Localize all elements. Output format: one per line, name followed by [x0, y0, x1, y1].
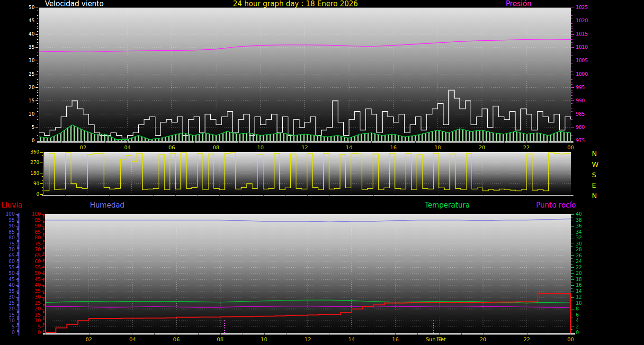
axis-tick — [43, 254, 45, 255]
hour-tick — [285, 195, 286, 196]
axis-tick — [571, 130, 572, 130]
axis-tick — [42, 232, 45, 232]
pressure-title: Presión — [506, 0, 532, 8]
axis-tick-label: 25 — [22, 301, 41, 306]
temperature-label: Temperatura — [425, 201, 470, 209]
axis-tick — [37, 31, 38, 32]
outer-axis-line — [18, 213, 19, 336]
axis-tick — [571, 270, 572, 271]
axis-tick-label: 1000 — [576, 72, 592, 77]
axis-tick-label: 10 — [22, 318, 41, 323]
axis-tick — [571, 306, 572, 306]
outer-axis-tick-label: 20 — [1, 307, 15, 311]
axis-tick — [571, 45, 572, 45]
x-axis-hour-label: 14 — [343, 145, 355, 151]
axis-tick — [37, 84, 38, 85]
axis-tick — [43, 231, 45, 231]
axis-tick-label: 20 — [576, 271, 592, 276]
x-axis-hour-label: 18 — [433, 337, 446, 343]
axis-tick-label: 4 — [576, 318, 592, 323]
axis-tick — [37, 90, 38, 91]
axis-tick — [571, 98, 572, 99]
axis-tick-label: 985 — [576, 112, 592, 117]
axis-tick — [571, 329, 572, 330]
axis-tick — [43, 247, 45, 248]
hour-tick — [61, 141, 62, 143]
axis-tick-label: 95 — [22, 218, 41, 223]
axis-tick — [43, 290, 45, 291]
hour-tick — [264, 333, 265, 335]
axis-tick — [43, 288, 45, 288]
axis-tick — [571, 58, 572, 58]
hour-tick — [394, 141, 394, 143]
axis-tick — [43, 281, 45, 281]
axis-tick — [36, 61, 38, 61]
axis-tick — [571, 74, 574, 74]
axis-tick-label: 85 — [22, 230, 41, 235]
hour-tick — [111, 333, 111, 335]
x-axis-hour-label: 06 — [170, 337, 183, 343]
outer-axis-tick-label: 45 — [1, 277, 15, 282]
axis-tick — [43, 298, 45, 299]
outer-axis-tick-label: 5 — [1, 325, 15, 329]
hour-tick — [505, 195, 505, 196]
axis-tick — [40, 183, 43, 184]
axis-tick — [37, 18, 38, 18]
wind-speed-title: Velocidad viento — [45, 0, 104, 8]
direction-plot — [44, 152, 571, 194]
axis-tick — [36, 100, 38, 101]
axis-tick-label: 45 — [22, 277, 41, 282]
axis-tick — [571, 87, 574, 88]
axis-tick — [36, 74, 38, 74]
axis-tick — [42, 176, 43, 177]
axis-tick-label: 10 — [16, 112, 35, 117]
axis-tick — [43, 248, 45, 249]
axis-tick — [571, 246, 572, 247]
axis-tick-label: 30 — [576, 242, 592, 246]
axis-tick — [43, 293, 45, 294]
axis-tick — [571, 220, 574, 220]
axis-tick — [571, 39, 572, 40]
axis-tick-label: 15 — [16, 99, 35, 103]
hour-tick — [417, 195, 417, 196]
axis-tick — [43, 302, 45, 302]
axis-tick — [42, 309, 45, 309]
hour-tick — [417, 333, 418, 335]
axis-tick — [43, 300, 45, 300]
hour-tick — [373, 195, 374, 196]
hour-tick — [172, 141, 172, 143]
axis-tick-label: 40 — [576, 212, 592, 217]
hour-tick — [438, 141, 438, 143]
axis-tick-label: 1025 — [576, 5, 592, 10]
axis-tick — [571, 133, 572, 133]
axis-tick — [42, 214, 45, 215]
hour-tick — [83, 141, 84, 143]
axis-tick — [43, 330, 45, 331]
axis-tick — [571, 262, 574, 262]
axis-tick — [571, 84, 572, 85]
axis-tick-label: 995 — [576, 85, 592, 90]
axis-tick-label: 90 — [22, 224, 41, 228]
axis-tick — [42, 191, 43, 191]
axis-tick — [571, 114, 574, 114]
axis-tick — [37, 53, 38, 53]
x-axis-hour-label: 12 — [302, 337, 314, 343]
axis-tick — [36, 8, 38, 8]
hour-tick — [327, 141, 327, 143]
axis-tick-label: 1010 — [576, 45, 592, 50]
axis-tick — [43, 218, 45, 218]
axis-tick — [42, 238, 45, 238]
hour-tick — [241, 195, 242, 196]
axis-tick-label: 16 — [576, 283, 592, 288]
axis-tick — [43, 283, 45, 283]
axis-tick — [36, 127, 38, 127]
axis-tick — [571, 103, 572, 104]
x-axis-hour-label: 10 — [258, 337, 270, 343]
axis-tick-label: 2 — [576, 325, 592, 329]
axis-tick — [571, 53, 572, 53]
axis-tick — [37, 69, 38, 69]
axis-tick — [571, 253, 572, 253]
axis-tick — [571, 47, 574, 48]
page-title: 24 hour graph day : 18 Enero 2026 — [233, 0, 358, 8]
hour-tick — [198, 333, 199, 335]
